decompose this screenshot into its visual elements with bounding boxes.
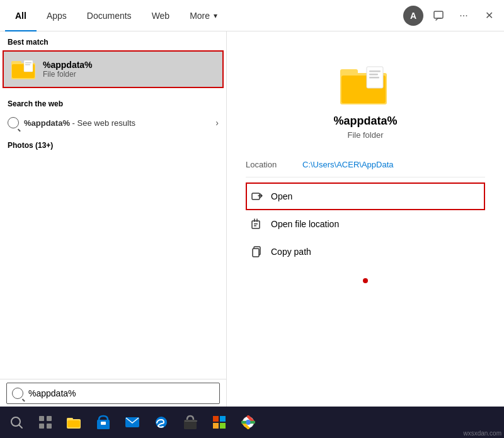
search-bar-border — [6, 383, 220, 404]
avatar[interactable]: A — [403, 6, 423, 26]
avatar-initial: A — [410, 11, 416, 21]
svg-rect-30 — [101, 422, 106, 425]
svg-rect-13 — [369, 77, 379, 79]
svg-rect-19 — [253, 249, 259, 257]
svg-rect-0 — [434, 11, 443, 18]
chevron-right-icon: › — [215, 118, 219, 128]
taskbar-bag[interactable] — [176, 408, 204, 436]
location-value[interactable]: C:\Users\ACER\AppData — [302, 160, 394, 169]
taskbar-chrome[interactable] — [234, 408, 262, 436]
tab-more[interactable]: More — [180, 0, 227, 31]
left-panel: Best match %appdata% File folder — [0, 31, 227, 407]
taskbar-explorer[interactable] — [60, 408, 88, 436]
tab-web-label: Web — [152, 11, 170, 21]
location-label: Location — [246, 160, 302, 169]
svg-rect-35 — [213, 416, 219, 422]
svg-rect-25 — [47, 424, 52, 429]
main-content: Best match %appdata% File folder — [0, 31, 504, 407]
tab-apps[interactable]: Apps — [37, 0, 77, 31]
svg-rect-11 — [369, 70, 381, 72]
best-match-item[interactable]: %appdata% File folder — [3, 50, 224, 88]
svg-line-21 — [20, 425, 23, 429]
red-dot-indicator — [363, 278, 368, 283]
action-open-file-location[interactable]: Open file location — [246, 210, 485, 238]
preview-title: %appdata% — [333, 115, 397, 128]
taskbar-mail[interactable] — [118, 408, 146, 436]
action-copy-path-label: Copy path — [271, 247, 311, 257]
svg-rect-4 — [24, 60, 33, 72]
copy-path-icon — [249, 244, 265, 259]
open-icon — [249, 189, 265, 204]
svg-rect-37 — [213, 423, 219, 429]
svg-rect-15 — [252, 221, 260, 228]
search-web-item[interactable]: %appdata% - See web results › — [0, 112, 226, 133]
tab-all[interactable]: All — [5, 0, 37, 31]
header-actions: A ··· ✕ — [403, 6, 499, 26]
svg-rect-38 — [220, 423, 226, 429]
svg-rect-16 — [254, 223, 258, 225]
action-open[interactable]: Open — [246, 182, 485, 210]
svg-rect-5 — [25, 62, 32, 64]
folder-preview: %appdata% File folder — [333, 63, 397, 140]
best-match-section-label: Best match — [0, 31, 226, 50]
taskbar-task-view[interactable] — [32, 408, 59, 436]
tab-apps-label: Apps — [47, 11, 67, 21]
action-open-file-location-label: Open file location — [271, 219, 339, 229]
preview-subtitle: File folder — [347, 130, 383, 140]
right-panel: %appdata% File folder Location C:\Users\… — [227, 31, 504, 407]
svg-rect-28 — [67, 420, 80, 427]
svg-rect-24 — [39, 424, 44, 429]
svg-rect-17 — [254, 225, 256, 227]
header: All Apps Documents Web More A — [0, 0, 504, 31]
taskbar-store[interactable] — [89, 408, 117, 436]
search-circle-icon — [8, 117, 19, 128]
search-input[interactable] — [28, 388, 214, 398]
action-copy-path[interactable]: Copy path — [246, 238, 485, 266]
details-row-location: Location C:\Users\ACER\AppData — [246, 152, 485, 177]
feedback-icon[interactable] — [428, 6, 449, 26]
svg-rect-12 — [369, 74, 378, 76]
taskbar-search[interactable] — [3, 408, 30, 436]
search-web-suffix: - See web results — [70, 118, 135, 128]
search-web-section: Search the web %appdata% - See web resul… — [0, 88, 226, 138]
tab-more-label: More — [190, 11, 210, 21]
search-bar — [0, 379, 226, 407]
search-window: All Apps Documents Web More A — [0, 0, 504, 438]
close-label: ✕ — [485, 9, 493, 21]
open-file-location-icon — [249, 216, 265, 232]
best-match-title: %appdata% — [43, 60, 93, 70]
action-open-label: Open — [271, 191, 292, 201]
svg-rect-36 — [220, 416, 226, 422]
svg-rect-22 — [39, 416, 44, 421]
svg-point-41 — [246, 420, 251, 425]
best-match-subtitle: File folder — [43, 70, 93, 79]
svg-rect-14 — [252, 193, 260, 199]
search-query-text: %appdata% — [24, 118, 70, 128]
taskbar-minecraft[interactable] — [205, 408, 233, 436]
best-match-item-text: %appdata% File folder — [43, 60, 93, 79]
ellipsis-icon[interactable]: ··· — [454, 6, 474, 26]
svg-rect-34 — [185, 420, 197, 422]
search-web-item-text: %appdata% - See web results — [24, 118, 215, 128]
taskbar — [0, 407, 504, 438]
photos-label: Photos (13+) — [8, 141, 219, 150]
search-bar-icon — [12, 388, 23, 399]
svg-rect-23 — [47, 416, 52, 421]
svg-rect-6 — [25, 64, 30, 65]
tab-web[interactable]: Web — [142, 0, 180, 31]
actions-list: Open Open file location — [246, 182, 485, 266]
tab-documents-label: Documents — [87, 11, 132, 21]
tab-all-label: All — [15, 11, 26, 21]
taskbar-edge[interactable] — [147, 408, 175, 436]
close-icon[interactable]: ✕ — [479, 6, 499, 26]
photos-section: Photos (13+) — [0, 138, 226, 152]
ellipsis-label: ··· — [459, 10, 467, 21]
tab-documents[interactable]: Documents — [77, 0, 142, 31]
search-web-label: Search the web — [0, 93, 226, 112]
